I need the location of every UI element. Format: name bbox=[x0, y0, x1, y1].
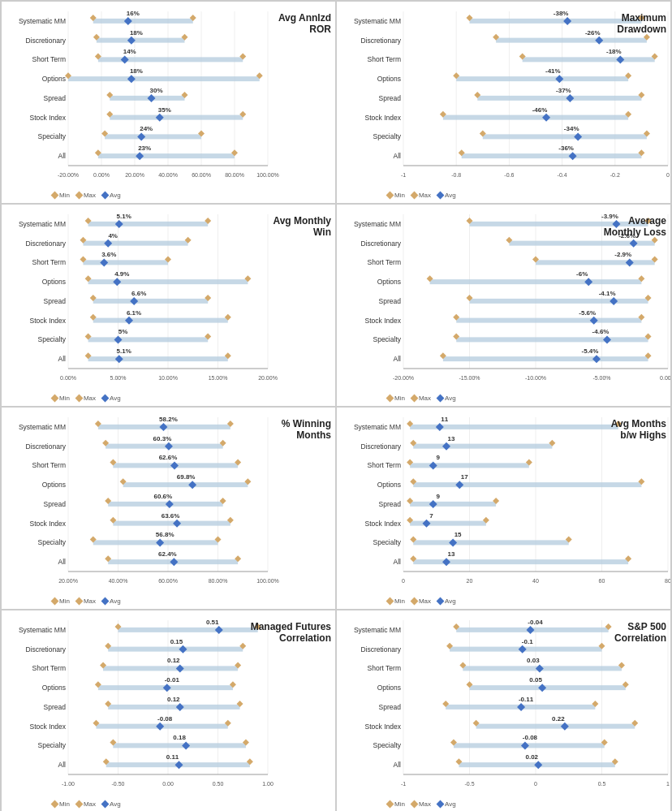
svg-rect-280 bbox=[123, 482, 248, 487]
svg-text:-10.00%: -10.00% bbox=[525, 375, 546, 381]
svg-marker-118 bbox=[574, 132, 582, 140]
min-legend-label: Min bbox=[59, 800, 70, 808]
svg-marker-43 bbox=[148, 94, 156, 102]
max-legend-label: Max bbox=[419, 395, 431, 402]
svg-text:30%: 30% bbox=[149, 87, 162, 94]
min-legend-label: Min bbox=[394, 192, 405, 199]
svg-text:40.00%: 40.00% bbox=[109, 578, 128, 584]
svg-text:0: 0 bbox=[666, 172, 670, 178]
svg-rect-40 bbox=[110, 96, 184, 101]
min-legend-icon bbox=[51, 395, 59, 403]
svg-text:-26%: -26% bbox=[585, 29, 601, 37]
svg-text:-4.1%: -4.1% bbox=[599, 290, 616, 297]
svg-text:Short Term: Short Term bbox=[368, 461, 401, 469]
svg-text:60.00%: 60.00% bbox=[192, 172, 211, 178]
svg-marker-228 bbox=[610, 297, 618, 305]
svg-text:Short Term: Short Term bbox=[368, 55, 401, 63]
svg-rect-170 bbox=[93, 318, 228, 323]
svg-text:Discretionary: Discretionary bbox=[25, 239, 66, 248]
svg-text:Discretionary: Discretionary bbox=[360, 645, 401, 654]
svg-marker-362 bbox=[449, 538, 457, 546]
svg-text:Discretionary: Discretionary bbox=[360, 239, 401, 248]
max-legend-label: Max bbox=[84, 395, 96, 402]
svg-text:-1.00: -1.00 bbox=[62, 781, 75, 787]
svg-text:-4.6%: -4.6% bbox=[592, 328, 610, 335]
svg-text:24%: 24% bbox=[140, 125, 153, 132]
svg-text:4.9%: 4.9% bbox=[114, 270, 129, 278]
svg-text:0: 0 bbox=[402, 578, 405, 584]
svg-rect-115 bbox=[483, 134, 647, 139]
svg-text:Spread: Spread bbox=[44, 94, 67, 102]
svg-rect-22 bbox=[97, 38, 185, 43]
svg-marker-179 bbox=[114, 335, 123, 343]
svg-text:0.50: 0.50 bbox=[213, 781, 224, 787]
max-legend-label: Max bbox=[419, 800, 431, 808]
svg-text:17: 17 bbox=[461, 473, 468, 481]
svg-marker-143 bbox=[115, 220, 123, 228]
avg-legend-icon bbox=[437, 800, 445, 809]
chart-legend-managed-futures-corr: Min Max Avg bbox=[3, 800, 334, 808]
svg-text:Correlation: Correlation bbox=[614, 632, 666, 644]
svg-text:Discretionary: Discretionary bbox=[360, 37, 401, 45]
svg-text:-38%: -38% bbox=[554, 10, 569, 17]
svg-text:20: 20 bbox=[467, 578, 473, 584]
svg-text:% Winning: % Winning bbox=[282, 418, 331, 429]
svg-text:Correlation: Correlation bbox=[279, 632, 331, 644]
svg-text:-0.08: -0.08 bbox=[157, 715, 173, 723]
svg-marker-289 bbox=[166, 500, 174, 508]
svg-text:4%: 4% bbox=[108, 232, 118, 239]
max-legend-icon bbox=[410, 395, 418, 403]
svg-marker-350 bbox=[429, 500, 437, 508]
svg-marker-149 bbox=[104, 239, 112, 248]
svg-text:Short Term: Short Term bbox=[368, 258, 401, 266]
min-legend-label: Min bbox=[394, 395, 405, 402]
svg-text:6.6%: 6.6% bbox=[131, 290, 146, 297]
chart-svg-avg-months-bw-highs: 020406080Systematic MM11Discretionary13S… bbox=[338, 411, 671, 594]
svg-text:Systematic MM: Systematic MM bbox=[19, 626, 66, 634]
svg-rect-91 bbox=[523, 57, 655, 62]
svg-marker-112 bbox=[542, 114, 550, 122]
svg-text:-0.2: -0.2 bbox=[610, 172, 620, 178]
chart-svg-avg-annlzd-ror: -20.00%0.00%20.00%40.00%60.00%80.00%100.… bbox=[3, 5, 336, 188]
svg-text:All: All bbox=[394, 152, 402, 160]
svg-text:11: 11 bbox=[441, 416, 448, 423]
max-legend-icon bbox=[75, 192, 83, 200]
svg-text:All: All bbox=[58, 558, 67, 566]
svg-rect-146 bbox=[83, 241, 187, 246]
svg-text:-18%: -18% bbox=[606, 48, 622, 55]
svg-marker-124 bbox=[569, 152, 577, 160]
svg-text:Win: Win bbox=[313, 226, 331, 238]
svg-rect-237 bbox=[456, 337, 648, 342]
svg-marker-484 bbox=[521, 741, 529, 749]
min-legend-icon bbox=[51, 800, 59, 809]
svg-text:40: 40 bbox=[532, 578, 539, 584]
svg-marker-246 bbox=[592, 355, 601, 363]
svg-text:Stock Index: Stock Index bbox=[30, 520, 67, 528]
chart-legend-avg-monthly-win: Min Max Avg bbox=[3, 395, 334, 402]
max-legend-label: Max bbox=[419, 192, 431, 199]
svg-marker-88 bbox=[595, 37, 603, 45]
svg-text:Discretionary: Discretionary bbox=[25, 645, 66, 654]
svg-text:15: 15 bbox=[454, 531, 462, 538]
chart-legend-sp500-corr: Min Max Avg bbox=[338, 800, 669, 808]
svg-text:Specialty: Specialty bbox=[373, 335, 402, 343]
svg-text:Avg Annlzd: Avg Annlzd bbox=[278, 12, 331, 24]
svg-text:-0.08: -0.08 bbox=[523, 734, 538, 741]
svg-marker-356 bbox=[423, 520, 431, 528]
svg-text:69.8%: 69.8% bbox=[177, 473, 196, 481]
svg-text:Systematic MM: Systematic MM bbox=[354, 220, 401, 228]
svg-text:Managed Futures: Managed Futures bbox=[251, 621, 332, 632]
svg-rect-85 bbox=[496, 38, 647, 43]
min-legend-icon bbox=[386, 395, 394, 403]
svg-text:All: All bbox=[58, 761, 67, 769]
svg-rect-341 bbox=[413, 482, 641, 487]
svg-rect-231 bbox=[456, 318, 641, 323]
svg-text:Spread: Spread bbox=[379, 500, 402, 508]
svg-text:0.18: 0.18 bbox=[173, 734, 186, 741]
svg-text:-0.8: -0.8 bbox=[451, 172, 461, 178]
chart-legend-pct-winning-months: Min Max Avg bbox=[3, 597, 334, 605]
svg-marker-405 bbox=[163, 684, 171, 692]
min-legend-label: Min bbox=[59, 192, 70, 199]
svg-marker-25 bbox=[127, 37, 136, 45]
svg-marker-344 bbox=[455, 481, 463, 489]
